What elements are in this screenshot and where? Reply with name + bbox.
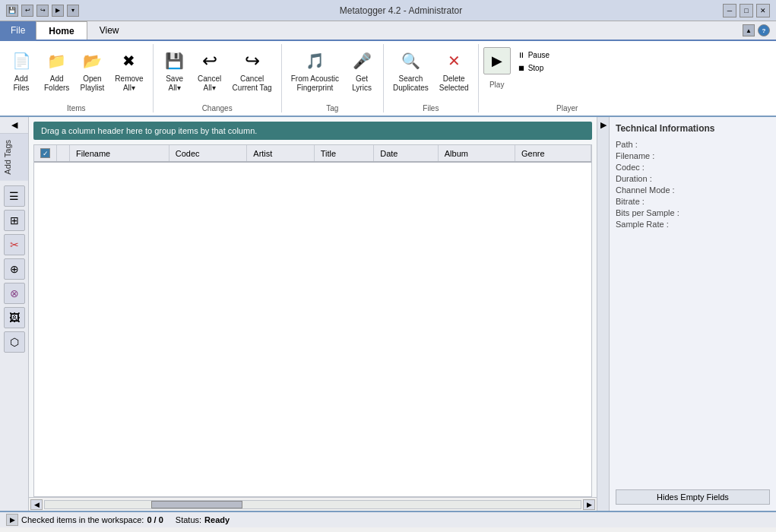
add-tags-label[interactable]: Add Tags xyxy=(0,134,28,181)
tech-field-bitrate: Bitrate : xyxy=(616,197,770,206)
select-all-checkbox[interactable] xyxy=(40,148,50,158)
sidebar-icon-3[interactable]: ✂ xyxy=(4,234,25,255)
sidebar-icon-2[interactable]: ⊞ xyxy=(4,210,25,231)
right-sidebar-toggle[interactable]: ▶ xyxy=(597,117,609,511)
play-button[interactable]: ▶ xyxy=(483,47,511,74)
get-lyrics-button[interactable]: 🎤 GetLyrics xyxy=(345,46,378,96)
menu-tab-home[interactable]: Home xyxy=(36,21,87,40)
close-button[interactable]: ✕ xyxy=(756,4,770,17)
main-area: ◀ Add Tags ☰ ⊞ ✂ ⊕ ⊗ 🖼 ⬡ Drag a column h… xyxy=(0,117,776,511)
tech-label-filename: Filename : xyxy=(616,151,654,160)
open-playlist-label: Open Playlist xyxy=(81,74,105,93)
sidebar-icon-5[interactable]: ⊗ xyxy=(4,283,25,304)
col-indicator xyxy=(57,145,70,162)
status-label: Status: xyxy=(176,515,201,524)
tech-label-duration: Duration : xyxy=(616,174,652,183)
sidebar-icon-7[interactable]: ⬡ xyxy=(4,331,25,353)
maximize-button[interactable]: □ xyxy=(740,4,753,17)
acoustic-fingerprint-icon: 🎵 xyxy=(302,49,327,73)
save-all-icon: 💾 xyxy=(163,49,187,73)
scroll-track[interactable] xyxy=(44,500,581,509)
cancel-all-button[interactable]: ↩ CancelAll▾ xyxy=(193,46,226,96)
minimize-button[interactable]: ─ xyxy=(723,4,736,17)
tech-label-channel-mode: Channel Mode : xyxy=(616,185,675,195)
search-duplicates-label: SearchDuplicates xyxy=(393,74,429,93)
from-acoustic-fingerprint-button[interactable]: 🎵 From AcousticFingerprint xyxy=(287,46,344,96)
quick-save-icon[interactable]: 💾 xyxy=(6,5,18,17)
add-files-label: AddFiles xyxy=(13,74,29,93)
menu-tab-file[interactable]: File xyxy=(0,21,36,40)
files-group-label: Files xyxy=(423,101,439,112)
ribbon: 📄 AddFiles 📁 AddFolders 📂 Open Playlist … xyxy=(0,41,776,117)
col-title[interactable]: Title xyxy=(314,145,374,162)
items-group-label: Items xyxy=(67,101,85,112)
pause-label: Pause xyxy=(528,51,550,59)
tech-info-title: Technical Informations xyxy=(616,123,770,134)
title-bar-left: 💾 ↩ ↪ ▶ ▾ xyxy=(6,5,79,17)
col-checkbox[interactable] xyxy=(34,145,57,162)
save-all-button[interactable]: 💾 SaveAll▾ xyxy=(158,46,192,96)
scroll-left-button[interactable]: ◀ xyxy=(30,499,43,510)
cancel-current-icon: ↪ xyxy=(240,49,264,73)
acoustic-fingerprint-label: From AcousticFingerprint xyxy=(291,74,339,93)
hide-empty-fields-button[interactable]: Hides Empty Fields xyxy=(616,489,770,505)
status-bar-expand-button[interactable]: ▶ xyxy=(6,514,18,526)
col-genre[interactable]: Genre xyxy=(515,145,591,162)
data-table: Filename Codec Artist Title Date Album G… xyxy=(34,145,591,163)
open-playlist-icon: 📂 xyxy=(80,49,104,73)
scroll-thumb[interactable] xyxy=(151,501,242,508)
ribbon-group-tag: 🎵 From AcousticFingerprint 🎤 GetLyrics T… xyxy=(282,44,384,112)
help-icon[interactable]: ? xyxy=(758,24,770,36)
quick-more-icon[interactable]: ▾ xyxy=(67,5,79,17)
nav-up-icon[interactable]: ▲ xyxy=(743,24,755,36)
left-sidebar: ◀ Add Tags ☰ ⊞ ✂ ⊕ ⊗ 🖼 ⬡ xyxy=(0,117,29,511)
table-header-row: Filename Codec Artist Title Date Album G… xyxy=(34,145,591,162)
ribbon-group-files: 🔍 SearchDuplicates ✕ DeleteSelected File… xyxy=(384,44,479,112)
tech-field-path: Path : xyxy=(616,140,770,149)
tech-field-channel-mode: Channel Mode : xyxy=(616,185,770,195)
tech-label-sample-rate: Sample Rate : xyxy=(616,220,669,229)
stop-icon: ⏹ xyxy=(518,64,525,72)
table-container[interactable]: Filename Codec Artist Title Date Album G… xyxy=(33,144,592,497)
stop-button[interactable]: ⏹ Stop xyxy=(515,63,552,73)
sidebar-icon-4[interactable]: ⊕ xyxy=(4,258,25,280)
pause-button[interactable]: ⏸ Pause xyxy=(515,50,552,60)
content-area: Drag a column header here to group items… xyxy=(29,117,597,511)
quick-redo-icon[interactable]: ↪ xyxy=(36,5,49,17)
cancel-current-tag-button[interactable]: ↪ CancelCurrent Tag xyxy=(228,46,277,96)
tech-label-path: Path : xyxy=(616,140,638,149)
checked-items-label: Checked items in the workspace: xyxy=(21,515,144,524)
menu-tab-view[interactable]: View xyxy=(87,21,131,40)
add-folders-button[interactable]: 📁 AddFolders xyxy=(40,46,74,96)
col-artist[interactable]: Artist xyxy=(247,145,314,162)
search-duplicates-button[interactable]: 🔍 SearchDuplicates xyxy=(388,46,433,96)
checked-items-count: 0 / 0 xyxy=(147,515,163,524)
col-filename[interactable]: Filename xyxy=(70,145,169,162)
delete-selected-label: DeleteSelected xyxy=(439,74,469,93)
add-files-button[interactable]: 📄 AddFiles xyxy=(5,46,38,96)
tech-field-filename: Filename : xyxy=(616,151,770,160)
title-bar-controls: ─ □ ✕ xyxy=(723,4,770,17)
changes-group-label: Changes xyxy=(202,101,233,112)
group-header: Drag a column header here to group items… xyxy=(33,122,592,140)
sidebar-icon-6[interactable]: 🖼 xyxy=(4,307,25,328)
col-album[interactable]: Album xyxy=(438,145,515,162)
tech-label-bits-per-sample: Bits per Sample : xyxy=(616,208,679,217)
sidebar-icon-1[interactable]: ☰ xyxy=(4,185,25,207)
remove-all-button[interactable]: ✖ RemoveAll▾ xyxy=(110,46,147,96)
col-codec[interactable]: Codec xyxy=(169,145,247,162)
tech-label-bitrate: Bitrate : xyxy=(616,197,645,206)
quick-undo-icon[interactable]: ↩ xyxy=(21,5,33,17)
horizontal-scrollbar[interactable]: ◀ ▶ xyxy=(29,497,597,511)
open-playlist-button[interactable]: 📂 Open Playlist xyxy=(75,46,109,96)
delete-selected-button[interactable]: ✕ DeleteSelected xyxy=(435,46,474,96)
changes-buttons: 💾 SaveAll▾ ↩ CancelAll▾ ↪ CancelCurrent … xyxy=(158,44,277,101)
scroll-right-button[interactable]: ▶ xyxy=(583,499,595,510)
remove-all-label: RemoveAll▾ xyxy=(115,74,143,93)
col-date[interactable]: Date xyxy=(374,145,439,162)
collapse-left-button[interactable]: ◀ xyxy=(0,117,28,134)
tag-buttons: 🎵 From AcousticFingerprint 🎤 GetLyrics xyxy=(287,44,378,101)
quick-play-icon[interactable]: ▶ xyxy=(52,5,64,17)
cancel-all-icon: ↩ xyxy=(198,49,222,73)
save-all-label: SaveAll▾ xyxy=(166,74,183,93)
